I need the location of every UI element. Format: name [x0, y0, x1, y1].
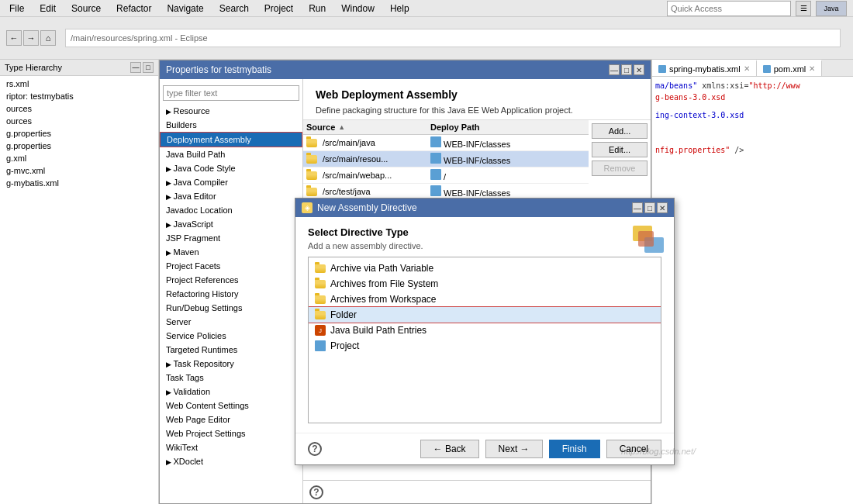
folder-icon — [306, 139, 317, 147]
edit-button[interactable]: Edit... — [592, 142, 648, 157]
next-button[interactable]: Next → — [485, 440, 543, 458]
nav-item-project-facets[interactable]: Project Facets — [160, 259, 302, 273]
menu-edit[interactable]: Edit — [36, 2, 59, 16]
nav-item-java-code-style[interactable]: Java Code Style — [160, 161, 302, 175]
toolbar-back[interactable]: ← — [6, 30, 22, 46]
table-row[interactable]: /src/main/resou... WEB-INF/classes — [303, 151, 589, 167]
nav-item-web-page-editor[interactable]: Web Page Editor — [160, 413, 302, 426]
nav-item-xdoclet[interactable]: XDoclet — [160, 454, 302, 468]
file-tree: rs.xml riptor: testmybatis ources ources… — [0, 76, 158, 503]
tree-item[interactable]: g.properties — [0, 127, 158, 140]
menu-refactor[interactable]: Refactor — [113, 2, 154, 16]
tab-close-spring[interactable]: ✕ — [744, 64, 750, 73]
col-source-header[interactable]: Source ▲ — [306, 123, 430, 132]
nav-item-validation[interactable]: Validation — [160, 385, 302, 399]
left-panel: Type Hierarchy — □ rs.xml riptor: testmy… — [0, 60, 159, 504]
back-button[interactable]: ← Back — [420, 440, 479, 458]
nav-item-run-debug[interactable]: Run/Debug Settings — [160, 301, 302, 315]
dialog-maximize-btn[interactable]: □ — [621, 64, 632, 75]
menu-project[interactable]: Project — [261, 2, 296, 16]
nav-item-resource[interactable]: Resource — [160, 104, 302, 118]
nav-item-task-repository[interactable]: Task Repository — [160, 357, 302, 371]
assembly-item-archive-path[interactable]: Archive via Path Variable — [309, 261, 661, 276]
tree-item[interactable]: g-mvc.xml — [0, 164, 158, 177]
tree-item[interactable]: rs.xml — [0, 78, 158, 90]
tree-item[interactable]: g.xml — [0, 152, 158, 164]
dialog-minimize-btn[interactable]: — — [609, 64, 620, 75]
panel-minimize[interactable]: — — [130, 62, 141, 73]
toolbar-icon-1[interactable]: ☰ — [796, 1, 811, 16]
sort-arrow-source[interactable]: ▲ — [338, 123, 345, 131]
menu-run[interactable]: Run — [306, 2, 329, 16]
code-line: g-beans-3.0.xsd — [655, 93, 725, 102]
cancel-button[interactable]: Cancel — [606, 440, 661, 458]
nav-item-web-project-settings[interactable]: Web Project Settings — [160, 426, 302, 440]
tab-spring-mybatis[interactable]: spring-mybatis.xml ✕ — [652, 60, 757, 76]
folder-icon — [315, 295, 326, 304]
table-row[interactable]: /src/main/java WEB-INF/classes — [303, 135, 589, 151]
nav-item-web-content-settings[interactable]: Web Content Settings — [160, 399, 302, 413]
java-icon: J — [315, 325, 326, 336]
toolbar: ← → ⌂ /main/resources/spring.xml - Eclip… — [0, 17, 853, 60]
toolbar-home[interactable]: ⌂ — [40, 30, 56, 46]
tree-item[interactable]: ources — [0, 102, 158, 115]
props-nav-search[interactable] — [163, 85, 299, 101]
toolbar-forward[interactable]: → — [23, 30, 39, 46]
help-icon[interactable]: ? — [309, 485, 323, 499]
nav-item-targeted-runtimes[interactable]: Targeted Runtimes — [160, 343, 302, 357]
assembly-item-archive-file[interactable]: Archives from File System — [309, 276, 661, 292]
menu-window[interactable]: Window — [338, 2, 378, 16]
menu-file[interactable]: File — [6, 2, 27, 16]
assembly-dialog-icon: ◈ — [302, 202, 313, 213]
deploy-icon — [430, 185, 441, 196]
nav-item-server[interactable]: Server — [160, 315, 302, 329]
quick-access-input[interactable] — [667, 1, 791, 16]
nav-item-javascript[interactable]: JavaScript — [160, 217, 302, 231]
assembly-restore-btn[interactable]: □ — [644, 202, 655, 213]
nav-item-wikitext[interactable]: WikiText — [160, 440, 302, 454]
folder-icon — [306, 155, 317, 164]
nav-item-project-references[interactable]: Project References — [160, 273, 302, 287]
panel-maximize[interactable]: □ — [143, 62, 154, 73]
tab-pom[interactable]: pom.xml ✕ — [757, 60, 823, 76]
xml-icon — [658, 65, 666, 73]
assembly-item-folder[interactable]: Folder — [309, 307, 661, 323]
nav-item-service-policies[interactable]: Service Policies — [160, 329, 302, 343]
nav-item-deployment-assembly[interactable]: Deployment Assembly — [160, 132, 302, 147]
add-button[interactable]: Add... — [592, 123, 648, 139]
nav-item-jsp-fragment[interactable]: JSP Fragment — [160, 231, 302, 245]
nav-item-builders[interactable]: Builders — [160, 118, 302, 132]
menu-search[interactable]: Search — [216, 2, 252, 16]
assembly-content: Select Directive Type Add a new assembly… — [295, 217, 674, 433]
tree-item[interactable]: g-mybatis.xml — [0, 177, 158, 189]
assembly-item-java-build[interactable]: J Java Build Path Entries — [309, 323, 661, 338]
table-row[interactable]: /src/main/webap... / — [303, 167, 589, 184]
left-panel-title: Type Hierarchy — □ — [0, 60, 158, 76]
assembly-item-project[interactable]: Project — [309, 338, 661, 354]
tree-item[interactable]: g.properties — [0, 140, 158, 152]
assembly-footer: ? ← Back Next → Finish Cancel — [295, 433, 674, 464]
title-buttons: — □ ✕ — [609, 64, 644, 75]
nav-item-java-build-path[interactable]: Java Build Path — [160, 147, 302, 161]
nav-item-java-editor[interactable]: Java Editor — [160, 189, 302, 203]
remove-button[interactable]: Remove — [592, 161, 648, 176]
dialog-close-btn[interactable]: ✕ — [634, 64, 644, 75]
tree-item[interactable]: riptor: testmybatis — [0, 90, 158, 102]
nav-item-javadoc-location[interactable]: Javadoc Location — [160, 203, 302, 217]
menu-help[interactable]: Help — [387, 2, 413, 16]
menu-navigate[interactable]: Navigate — [164, 2, 206, 16]
nav-item-task-tags[interactable]: Task Tags — [160, 371, 302, 385]
properties-nav: Resource Builders Deployment Assembly Ja… — [160, 79, 303, 503]
nav-item-maven[interactable]: Maven — [160, 245, 302, 259]
nav-item-java-compiler[interactable]: Java Compiler — [160, 175, 302, 189]
tab-close-pom[interactable]: ✕ — [809, 64, 815, 73]
assembly-help-icon[interactable]: ? — [308, 442, 322, 456]
tree-item[interactable]: ources — [0, 115, 158, 127]
assembly-close-btn[interactable]: ✕ — [657, 202, 668, 213]
menu-source[interactable]: Source — [68, 2, 104, 16]
assembly-minimize-btn[interactable]: — — [632, 202, 643, 213]
table-header: Source ▲ Deploy Path — [303, 120, 589, 135]
finish-button[interactable]: Finish — [549, 440, 600, 458]
nav-item-refactoring-history[interactable]: Refactoring History — [160, 287, 302, 301]
assembly-item-archive-workspace[interactable]: Archives from Workspace — [309, 292, 661, 307]
